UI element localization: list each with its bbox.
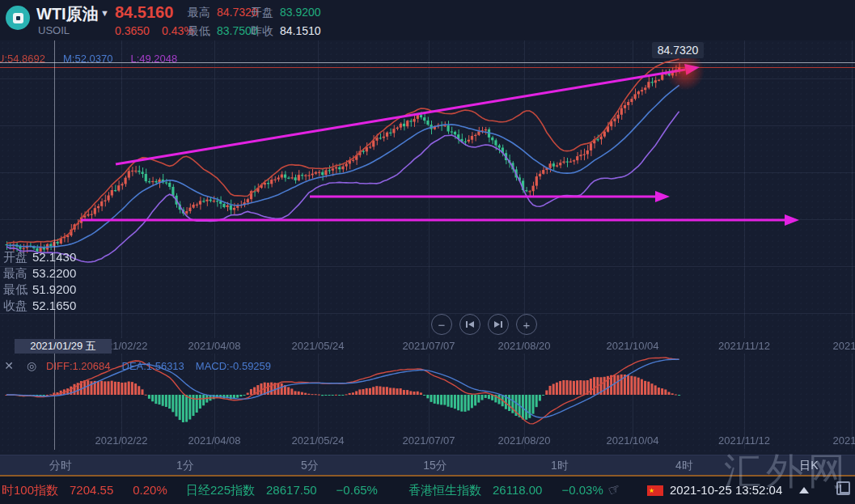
tab-1分[interactable]: 1分 — [176, 459, 194, 473]
symbol-code: USOIL — [38, 24, 70, 36]
tab-分时[interactable]: 分时 — [49, 459, 72, 473]
skip-start-icon — [465, 320, 475, 328]
boll-indicator-values: U:54.8692M:52.0370L:49.2048 — [0, 53, 195, 65]
x-axis-tick: 2021/10/04 — [606, 340, 658, 352]
x-axis-tick: 2021/08/20 — [497, 340, 550, 352]
header: WTI原油 ▼ USOIL 84.5160 0.3650 0.43% 最高84.… — [0, 0, 855, 40]
collapse-up-icon[interactable] — [799, 487, 809, 493]
ohlc-row: 开盘52.1430 — [3, 249, 76, 265]
tab-1时[interactable]: 1时 — [551, 459, 569, 473]
zoom-out-button[interactable]: − — [431, 314, 452, 335]
x-axis-tick: 2021/05/24 — [291, 434, 344, 447]
high-price-tag: 84.7320 — [652, 42, 704, 58]
ticker-item[interactable]: 日经225指数28617.50−0.65% — [186, 483, 378, 498]
stat-label: 最高 — [188, 6, 210, 19]
x-axis-tick: 2021/02/22 — [95, 434, 147, 447]
x-axis-tick: 2021/10/04 — [606, 434, 658, 447]
main-chart-canvas[interactable] — [0, 40, 855, 338]
tab-日K[interactable]: 日K — [799, 459, 818, 473]
x-axis-tick: 2021/04/08 — [188, 340, 240, 352]
x-axis-tick: 2021/11/12 — [718, 340, 770, 352]
skip-start-button[interactable] — [459, 314, 480, 335]
macd-diff-value: DIFF:1.20684 — [46, 360, 111, 372]
ohlc-tooltip: 开盘52.1430最高53.2200最低51.9200收盘52.1650 — [3, 249, 76, 314]
boll-lower-value: L:49.2048 — [130, 53, 177, 65]
stat-开盘: 开盘83.9200 — [251, 6, 321, 20]
timeframe-tabbar: 分时1分5分15分1时4时日K — [0, 455, 855, 475]
x-axis-tick: 2021/07/07 — [402, 340, 455, 352]
stat-昨收: 昨收84.1510 — [251, 24, 321, 39]
boll-mid-value: M:52.0370 — [63, 53, 112, 65]
zoom-in-button[interactable]: + — [516, 314, 537, 335]
price-change: 0.3650 — [115, 24, 150, 37]
index-ticker-bar: ☞ ★ 2021-10-25 13:52:04 时100指数7204.550.2… — [0, 476, 855, 504]
symbol-name[interactable]: WTI原油 — [36, 3, 99, 25]
app-logo-icon — [6, 6, 30, 30]
trading-app: WTI原油 ▼ USOIL 84.5160 0.3650 0.43% 最高84.… — [0, 0, 855, 504]
x-axis-tick: 2021/11/12 — [718, 434, 770, 447]
boll-upper-value: U:54.8692 — [0, 53, 45, 65]
x-axis-tick: 2021/05/24 — [291, 340, 344, 352]
x-axis-tick: 2021/07/07 — [402, 434, 455, 447]
ticker-item[interactable]: 时100指数7204.550.20% — [2, 483, 167, 498]
tab-15分[interactable]: 15分 — [423, 459, 447, 473]
stat-label: 昨收 — [251, 24, 273, 37]
macd-indicator-values: DIFF:1.20684DEA:1.56313MACD:-0.59259 — [46, 360, 282, 372]
close-icon[interactable]: ✕ — [2, 359, 15, 372]
x-axis-tick: 2021/04/08 — [188, 434, 240, 447]
tab-5分[interactable]: 5分 — [301, 459, 319, 473]
macd-toolbar: ✕ ◎ — [2, 359, 38, 372]
skip-end-icon — [493, 320, 503, 328]
stat-label: 最低 — [188, 24, 210, 37]
macd-dea-value: DEA:1.56313 — [122, 360, 184, 372]
ohlc-row: 收盘52.1650 — [3, 298, 76, 314]
stat-label: 开盘 — [251, 6, 273, 19]
ohlc-row: 最高53.2200 — [3, 265, 76, 282]
macd-macd-value: MACD:-0.59259 — [196, 360, 271, 372]
crosshair-date-tooltip: 2021/01/29 五 — [15, 339, 112, 354]
macd-x-axis: 2021/02/222021/04/082021/05/242021/07/07… — [0, 434, 855, 449]
skip-end-button[interactable] — [488, 314, 509, 335]
x-axis-tick: 2021/12 — [833, 434, 855, 447]
stat-最高: 最高84.7320 — [188, 6, 258, 20]
stat-value: 83.9200 — [280, 6, 321, 19]
x-axis-tick: 2021/12 — [833, 340, 855, 352]
chart-nav-controls: − + — [431, 314, 537, 335]
stat-value: 84.1510 — [280, 24, 321, 37]
settings-target-icon[interactable]: ◎ — [25, 359, 38, 372]
expand-icon[interactable] — [836, 481, 850, 495]
ohlc-row: 最低51.9200 — [3, 282, 76, 298]
main-x-axis: 2021/02/222021/04/082021/05/242021/07/07… — [0, 340, 855, 354]
china-flag-icon: ★ — [647, 485, 663, 496]
tab-4时[interactable]: 4时 — [675, 459, 693, 473]
gesture-hand-icon[interactable]: ☞ — [606, 480, 624, 500]
stat-最低: 最低83.7500 — [188, 24, 258, 39]
last-price: 84.5160 — [115, 3, 173, 22]
chevron-down-icon[interactable]: ▼ — [100, 8, 109, 18]
x-axis-tick: 2021/08/20 — [497, 434, 550, 447]
ticker-item[interactable]: 香港恒生指数26118.00−0.03% — [408, 483, 603, 498]
datetime-label: 2021-10-25 13:52:04 — [670, 483, 782, 497]
